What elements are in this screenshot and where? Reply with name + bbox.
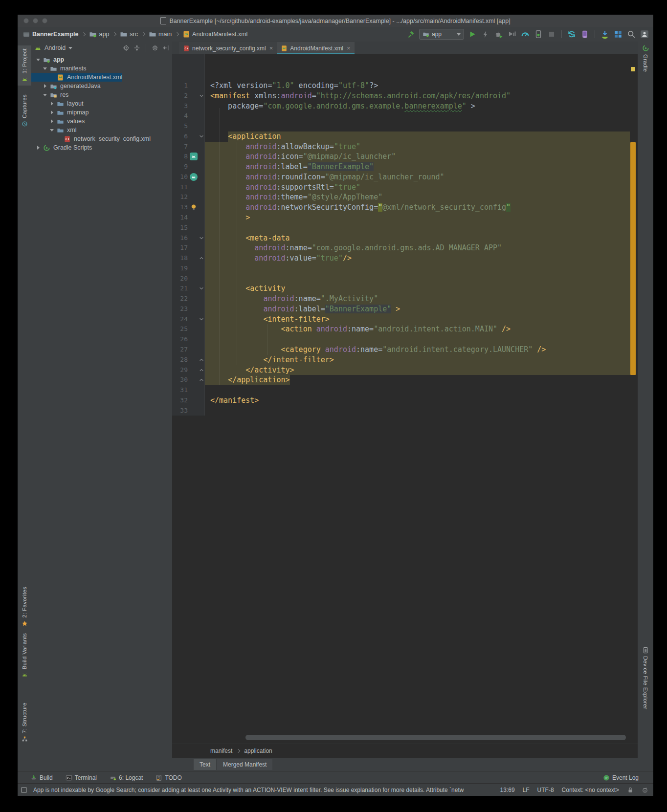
chevron-right-icon[interactable] [49,102,55,106]
editor-tab-network-security-config-xml[interactable]: network_security_config.xml× [179,42,277,54]
code-token: :icon= [276,152,303,161]
tool-stripe-build-variants[interactable]: Build Variants [18,633,31,678]
horizontal-scrollbar[interactable] [245,735,626,740]
tree-item-app[interactable]: app [31,55,172,64]
code-token: "@style/AppTheme" [308,193,383,201]
tree-item-network-security-config-xml[interactable]: network_security_config.xml [31,134,172,143]
tool-stripe-gradle[interactable]: Gradle [638,44,653,72]
chevron-right-icon[interactable] [49,119,55,123]
tool-window-toggle-icon[interactable] [21,787,27,793]
tree-item-values[interactable]: values [31,117,172,126]
chevron-down-icon[interactable] [49,129,55,132]
breadcrumb-item-app[interactable]: app [89,30,109,38]
hide-icon[interactable] [162,44,169,51]
tool-stripe-2-favorites[interactable]: 2: Favorites [18,587,31,627]
warning-stripe-mark[interactable] [631,67,635,71]
apply-changes-button[interactable] [481,29,490,39]
view-tab-text[interactable]: Text [194,759,216,770]
error-stripe[interactable] [629,54,638,744]
folder-gen-icon [50,83,58,90]
debug-button[interactable] [494,29,504,39]
chevron-right-icon[interactable] [42,84,48,88]
fold-marker-end-icon[interactable] [199,357,204,363]
chevron-down-icon[interactable] [42,67,48,70]
collapse-icon[interactable] [133,44,140,51]
chevron-right-icon[interactable] [49,110,55,114]
editor-breadcrumb-application[interactable]: application [244,747,272,754]
project-structure-button[interactable] [613,29,623,39]
run-button[interactable] [467,29,477,39]
inspections-level-icon[interactable] [642,787,648,793]
fold-marker-collapse-icon[interactable] [199,93,204,99]
fold-marker-end-icon[interactable] [199,255,204,261]
caret-position[interactable]: 13:69 [500,787,515,793]
eventlog-icon: 2 [603,774,610,781]
view-tab-merged-manifest[interactable]: Merged Manifest [217,759,272,770]
close-tab-icon[interactable]: × [269,44,273,52]
gradle-sync-button[interactable] [567,29,577,39]
tool-stripe-1-project[interactable]: 1: Project [18,45,31,86]
breadcrumb-item-androidmanifest-xml[interactable]: AndroidManifest.xml [182,30,247,38]
tree-item-layout[interactable]: layout [31,99,172,108]
locate-icon[interactable] [123,44,130,51]
run-with-coverage-button[interactable] [507,29,517,39]
close-tab-icon[interactable]: × [347,44,351,52]
context-indicator[interactable]: Context: <no context> [562,787,619,793]
fold-marker-collapse-icon[interactable] [199,235,204,241]
tree-item-gradle-scripts[interactable]: Gradle Scripts [31,143,172,152]
breadcrumb-item-main[interactable]: main [149,30,172,38]
avd-manager-button[interactable] [580,29,590,39]
profiler-button[interactable] [520,29,530,39]
login-avatar-button[interactable] [640,29,649,39]
run-configuration-select[interactable]: app [419,29,464,40]
tree-item-manifests[interactable]: manifests [31,64,172,73]
breadcrumb-item-src[interactable]: src [120,30,138,38]
close-window-button[interactable] [23,18,29,23]
build-hammer-button[interactable] [406,29,416,39]
tool-window-button-todo[interactable]: TODO [156,774,181,781]
zoom-window-button[interactable] [42,18,47,23]
launcher-square-gutter-icon[interactable] [190,153,198,160]
tree-item-generatedjava[interactable]: generatedJava [31,82,172,90]
line-number: 20 [172,275,188,282]
fold-marker-end-icon[interactable] [199,377,204,383]
tree-item-res[interactable]: res [31,90,172,99]
chevron-down-icon[interactable] [42,94,48,96]
sdk-manager-button[interactable] [600,29,610,39]
minimize-window-button[interactable] [33,18,38,23]
lock-icon[interactable] [627,787,634,793]
tree-item-androidmanifest-xml[interactable]: AndroidManifest.xml [31,73,122,82]
breadcrumb-label: BannerExample [32,31,78,38]
line-ending-indicator[interactable]: LF [523,787,530,793]
chevron-right-icon[interactable] [35,146,41,150]
tool-window-button-build[interactable]: Build [30,774,53,781]
chevron-down-icon[interactable] [35,59,41,61]
breadcrumb-item-bannerexample[interactable]: BannerExample [22,30,78,38]
lightbulb-gutter-icon[interactable] [190,203,198,211]
tool-stripe-7-structure[interactable]: 7: Structure [18,702,31,742]
stop-button[interactable] [547,29,556,39]
tool-window-button-event-log[interactable]: 2Event Log [603,774,639,781]
settings-icon[interactable] [152,44,158,51]
tool-stripe-device-file-explorer[interactable]: Device File Explorer [638,647,653,709]
search-everywhere-button[interactable] [626,29,636,39]
encoding-indicator[interactable]: UTF-8 [537,787,554,793]
launcher-round-gutter-icon[interactable] [190,173,198,181]
code-token: ?> [369,81,378,90]
editor-tab-androidmanifest-xml[interactable]: AndroidManifest.xml× [277,42,354,54]
tree-item-xml[interactable]: xml [31,126,172,134]
code-editor[interactable]: 1234567891011121314151617181920212223242… [172,54,638,744]
tool-window-button-terminal[interactable]: Terminal [66,774,97,781]
attach-debugger-button[interactable] [534,29,543,39]
code-token: "http://schemas.android.com/apk/res/andr… [316,91,511,100]
tool-stripe-captures[interactable]: Captures [18,94,31,127]
fold-marker-collapse-icon[interactable] [199,133,204,139]
tool-window-button-6-logcat[interactable]: 6: Logcat [110,774,143,781]
selection-stripe-mark[interactable] [630,142,636,375]
tree-item-mipmap[interactable]: mipmap [31,108,172,117]
fold-marker-end-icon[interactable] [199,367,204,373]
fold-marker-collapse-icon[interactable] [199,285,204,291]
project-view-selector[interactable]: Android [44,44,66,51]
fold-marker-collapse-icon[interactable] [199,316,204,322]
editor-breadcrumb-manifest[interactable]: manifest [210,747,232,754]
